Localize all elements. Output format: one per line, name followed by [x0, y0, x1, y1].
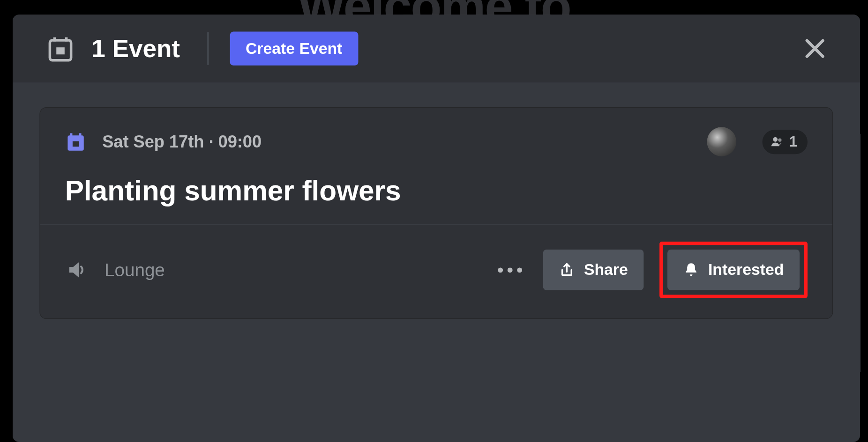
calendar-icon [65, 131, 87, 153]
close-button[interactable] [799, 33, 831, 65]
interested-highlight: Interested [659, 242, 808, 298]
event-channel: Lounge [105, 259, 165, 280]
share-button[interactable]: Share [543, 250, 644, 290]
svg-point-8 [773, 137, 778, 142]
modal-body: Sat Sep 17th · 09:00 [13, 82, 861, 442]
bell-icon [683, 262, 699, 278]
divider [207, 32, 208, 65]
more-options-button[interactable] [493, 252, 528, 287]
svg-rect-5 [73, 141, 79, 147]
svg-point-9 [778, 138, 781, 141]
share-icon [559, 262, 575, 278]
speaker-icon [65, 258, 89, 282]
people-icon [770, 135, 784, 148]
interested-count: 1 [789, 133, 797, 150]
dots-icon [498, 267, 522, 273]
event-card: Sat Sep 17th · 09:00 [39, 107, 833, 319]
avatar[interactable] [707, 127, 736, 156]
event-datetime: Sat Sep 17th · 09:00 [102, 132, 262, 151]
events-count-title: 1 Event [91, 35, 180, 63]
svg-rect-1 [56, 47, 65, 54]
calendar-icon [46, 35, 75, 63]
events-modal: 1 Event Create Event [13, 15, 861, 442]
modal-header: 1 Event Create Event [13, 15, 861, 82]
create-event-button[interactable]: Create Event [230, 32, 358, 66]
event-title: Planting summer flowers [65, 175, 808, 207]
interested-count-pill: 1 [762, 130, 808, 154]
interested-button[interactable]: Interested [667, 250, 800, 290]
